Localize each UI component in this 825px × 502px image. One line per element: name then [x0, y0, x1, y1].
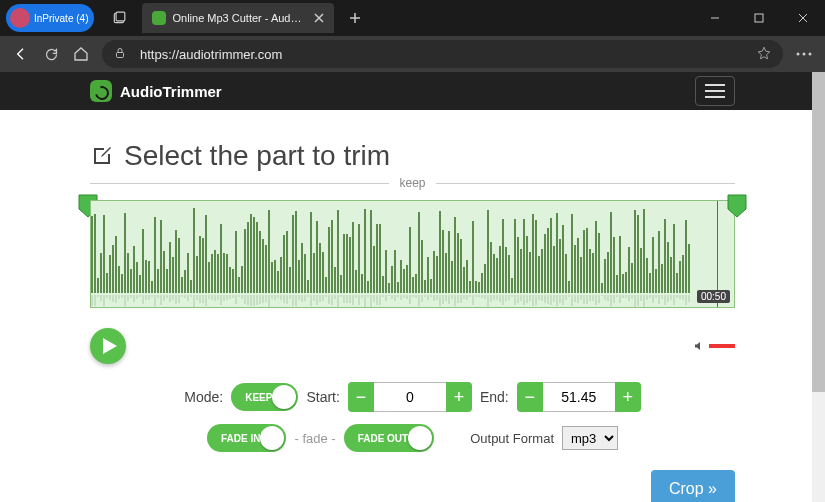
end-label: End: — [480, 389, 509, 405]
page-viewport: AudioTrimmer Select the part to trim kee… — [0, 72, 825, 502]
fade-in-label: FADE IN — [221, 433, 260, 444]
svg-point-5 — [803, 53, 806, 56]
svg-point-6 — [809, 53, 812, 56]
tab-title: Online Mp3 Cutter - Audio Trimm — [172, 12, 302, 24]
site-logo[interactable]: AudioTrimmer — [90, 80, 222, 102]
favicon-icon — [152, 11, 166, 25]
hamburger-menu[interactable] — [695, 76, 735, 106]
close-window-button[interactable] — [781, 3, 825, 33]
tab-actions-icon[interactable] — [102, 3, 136, 33]
end-plus-button[interactable]: + — [615, 382, 641, 412]
start-minus-button[interactable]: − — [348, 382, 374, 412]
crop-button[interactable]: Crop » — [651, 470, 735, 502]
section-divider: keep — [90, 176, 735, 190]
inprivate-label: InPrivate (4) — [34, 13, 88, 24]
volume-control[interactable] — [693, 340, 735, 352]
volume-icon — [693, 340, 705, 352]
fade-in-toggle[interactable]: FADE IN — [207, 424, 286, 452]
start-plus-button[interactable]: + — [446, 382, 472, 412]
inprivate-badge[interactable]: InPrivate (4) — [6, 4, 94, 32]
titlebar: InPrivate (4) Online Mp3 Cutter - Audio … — [0, 0, 825, 36]
hamburger-icon — [705, 90, 725, 92]
play-button[interactable] — [90, 328, 126, 364]
favorite-icon[interactable] — [757, 46, 771, 63]
mode-value: KEEP — [245, 392, 272, 403]
mode-label: Mode: — [184, 389, 223, 405]
start-label: Start: — [306, 389, 339, 405]
fade-out-label: FADE OUT — [358, 433, 409, 444]
lock-icon — [114, 46, 130, 63]
play-icon — [103, 338, 117, 354]
mode-toggle[interactable]: KEEP — [231, 383, 298, 411]
svg-rect-3 — [117, 52, 124, 57]
start-input[interactable] — [374, 382, 446, 412]
fade-out-toggle[interactable]: FADE OUT — [344, 424, 435, 452]
output-format-select[interactable]: mp3 — [562, 426, 618, 450]
volume-bar[interactable] — [709, 344, 735, 348]
svg-point-4 — [797, 53, 800, 56]
brand-text: AudioTrimmer — [120, 83, 222, 100]
browser-tab[interactable]: Online Mp3 Cutter - Audio Trimm — [142, 3, 334, 33]
page-heading: Select the part to trim — [90, 140, 735, 172]
toggle-knob — [408, 426, 432, 450]
back-button[interactable] — [6, 39, 36, 69]
close-tab-icon[interactable] — [314, 9, 324, 27]
end-minus-button[interactable]: − — [517, 382, 543, 412]
url-input[interactable]: https://audiotrimmer.com — [102, 40, 783, 68]
profile-avatar-icon — [10, 8, 30, 28]
waveform-container: 00:50 — [90, 200, 735, 308]
minimize-button[interactable] — [693, 3, 737, 33]
url-text: https://audiotrimmer.com — [140, 47, 282, 62]
fade-separator: - fade - — [294, 431, 335, 446]
start-stepper: − + — [348, 382, 472, 412]
home-button[interactable] — [66, 39, 96, 69]
scroll-thumb[interactable] — [812, 72, 825, 392]
divider-label: keep — [389, 176, 435, 190]
toggle-knob — [260, 426, 284, 450]
svg-rect-2 — [755, 14, 763, 22]
logo-icon — [90, 80, 112, 102]
svg-rect-1 — [117, 12, 126, 21]
toggle-knob — [272, 385, 296, 409]
vertical-scrollbar[interactable] — [812, 72, 825, 502]
new-tab-button[interactable] — [340, 3, 370, 33]
end-input[interactable] — [543, 382, 615, 412]
maximize-button[interactable] — [737, 3, 781, 33]
site-header: AudioTrimmer — [0, 72, 825, 110]
waveform[interactable]: 00:50 — [90, 200, 735, 308]
edit-icon — [90, 144, 114, 168]
end-stepper: − + — [517, 382, 641, 412]
browser-menu-button[interactable] — [789, 52, 819, 56]
heading-text: Select the part to trim — [124, 140, 390, 172]
refresh-button[interactable] — [36, 39, 66, 69]
time-display: 00:50 — [697, 290, 730, 303]
trim-handle-end[interactable] — [727, 194, 747, 218]
output-format-label: Output Format — [470, 431, 554, 446]
address-bar: https://audiotrimmer.com — [0, 36, 825, 72]
